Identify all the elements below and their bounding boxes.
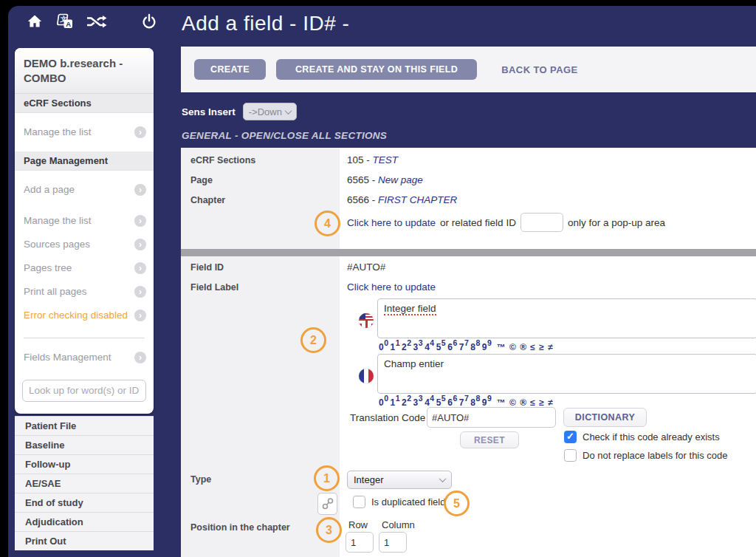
chevron-right-icon: ›	[134, 126, 146, 138]
ecrf-sections-label: eCRF Sections	[190, 155, 255, 165]
sidebar-nav-end-of-study[interactable]: End of study	[15, 493, 154, 512]
general-section-header[interactable]: GENERAL - OPEN/CLOSE ALL SECTIONS	[182, 130, 387, 141]
sidebar-section-nav: Patient File Baseline Follow-up AE/SAE E…	[15, 416, 154, 550]
reset-button[interactable]: RESET	[460, 431, 519, 448]
chevron-right-icon: ›	[134, 262, 146, 274]
sidebar-panel: DEMO b.research - COMBO eCRF Sections Ma…	[15, 48, 154, 414]
create-button[interactable]: CREATE	[194, 59, 266, 80]
column-label: Column	[382, 519, 415, 530]
translation-code-input[interactable]	[427, 407, 556, 428]
chevron-down-icon	[284, 107, 292, 115]
type-select[interactable]: Integer	[347, 471, 452, 489]
special-characters-en[interactable]: 00112233445566778899 ™ © ® ≤ ≥ ≠	[379, 338, 554, 353]
sens-insert-select[interactable]: ->Down	[243, 103, 297, 120]
chapter-value: 6566 - FIRST CHAPTER	[347, 194, 457, 205]
top-icon-bar: 文 A	[26, 13, 158, 30]
sidebar-item-sources-pages[interactable]: Sources pages ›	[15, 233, 154, 256]
chevron-right-icon: ›	[134, 184, 146, 196]
annotation-badge-3: 3	[316, 517, 342, 543]
annotation-badge-4: 4	[315, 211, 340, 236]
is-duplicated-field-row: Is duplicated field	[353, 496, 445, 508]
study-title: DEMO b.research - COMBO	[15, 48, 154, 94]
sidebar-divider	[24, 338, 145, 338]
link-field-button[interactable]	[317, 493, 337, 515]
row-input[interactable]	[346, 532, 374, 553]
field-label-fr-textarea[interactable]: Champ entier	[377, 354, 756, 394]
chevron-right-icon: ›	[134, 310, 146, 321]
sidebar-item-error-checking[interactable]: Error checking disabled ›	[15, 304, 154, 327]
sidebar-nav-adjudication[interactable]: Adjudication	[15, 512, 154, 531]
field-label-label: Field Label	[190, 282, 238, 293]
svg-text:A: A	[66, 20, 71, 28]
sidebar-section-ecrf: eCRF Sections	[15, 94, 154, 113]
sidebar-item-print-all-pages[interactable]: Print all pages ›	[15, 280, 154, 304]
chevron-down-icon	[439, 475, 447, 482]
main-content: Add a field - ID# - CREATE CREATE AND ST…	[181, 6, 756, 557]
type-label: Type	[190, 474, 211, 485]
sidebar-nav-patient-file[interactable]: Patient File	[15, 416, 154, 435]
sens-insert-label: Sens Insert	[182, 106, 236, 117]
sidebar-nav-follow-up[interactable]: Follow-up	[15, 454, 154, 474]
position-in-chapter-label: Position in the chapter	[190, 522, 290, 533]
chapter-label: Chapter	[190, 195, 225, 205]
annotation-badge-1: 1	[314, 465, 340, 491]
update-chapter-row: Click here to update or related field ID…	[347, 213, 665, 232]
section-divider	[181, 249, 756, 256]
translate-icon[interactable]: 文 A	[55, 13, 74, 30]
action-toolbar: CREATE CREATE AND STAY ON THIS FIELD BAC…	[181, 47, 756, 92]
sens-insert-row: Sens Insert ->Down	[182, 103, 297, 120]
sidebar-nav-ae-sae[interactable]: AE/SAE	[15, 474, 154, 493]
home-icon[interactable]	[26, 13, 44, 30]
page-value: 6565 - New page	[347, 174, 423, 185]
annotation-badge-2: 2	[300, 327, 326, 353]
dictionary-button[interactable]: DICTIONARY	[563, 408, 647, 427]
chevron-right-icon: ›	[134, 215, 146, 227]
sidebar-item-add-page[interactable]: Add a page ›	[15, 178, 154, 202]
shuffle-icon[interactable]	[85, 13, 107, 30]
do-not-replace-labels-checkbox[interactable]	[564, 449, 577, 462]
sidebar-section-page-management: Page Management	[15, 151, 154, 171]
is-duplicated-field-checkbox[interactable]	[353, 496, 365, 508]
click-here-to-update-label-link[interactable]: Click here to update	[347, 281, 436, 293]
row-label: Row	[348, 519, 368, 530]
field-form: eCRF Sections 105 - TEST Page 6565 - New…	[181, 148, 756, 557]
chain-link-icon	[321, 496, 334, 511]
create-and-stay-button[interactable]: CREATE AND STAY ON THIS FIELD	[276, 59, 477, 80]
chevron-right-icon: ›	[134, 352, 146, 363]
column-input[interactable]	[379, 532, 407, 553]
field-id-value: #AUTO#	[347, 262, 385, 273]
ecrf-sections-value: 105 - TEST	[347, 154, 398, 165]
do-not-replace-labels-row: Do not replace labels for this code	[564, 449, 728, 462]
back-to-page-link[interactable]: BACK TO PAGE	[501, 64, 577, 75]
click-here-to-update-chapter-link[interactable]: Click here to update	[347, 217, 436, 228]
annotation-badge-5: 5	[444, 491, 470, 516]
sidebar-nav-print-out[interactable]: Print Out	[15, 531, 154, 550]
power-icon[interactable]	[140, 13, 158, 30]
sidebar: DEMO b.research - COMBO eCRF Sections Ma…	[15, 48, 154, 557]
chevron-right-icon: ›	[134, 239, 146, 250]
page-title: Add a field - ID# -	[182, 12, 349, 35]
related-field-id-input[interactable]	[520, 213, 563, 232]
check-code-exists-row: Check if this code already exists	[564, 431, 720, 443]
french-flag-icon	[359, 369, 374, 383]
app-window: 文 A	[8, 6, 756, 557]
chevron-right-icon: ›	[134, 286, 146, 298]
check-code-exists-checkbox[interactable]	[564, 431, 577, 443]
field-label-en-textarea[interactable]: Integer field	[377, 298, 756, 338]
translation-code-label: Translation Code	[350, 412, 425, 423]
page-label: Page	[190, 175, 213, 185]
special-characters-fr[interactable]: 00112233445566778899 ™ © ® ≤ ≥ ≠	[379, 394, 554, 409]
sidebar-item-manage-list-sections[interactable]: Manage the list ›	[15, 120, 154, 144]
screenshot-frame: 文 A	[0, 0, 756, 557]
field-id-label: Field ID	[190, 262, 224, 273]
sidebar-item-fields-management[interactable]: Fields Management ›	[15, 346, 154, 369]
sidebar-nav-baseline[interactable]: Baseline	[15, 435, 154, 454]
sidebar-item-pages-tree[interactable]: Pages tree ›	[15, 256, 154, 280]
sidebar-item-manage-list-pages[interactable]: Manage the list ›	[15, 209, 154, 233]
english-flag-icon	[359, 313, 374, 328]
search-input[interactable]	[22, 380, 146, 402]
